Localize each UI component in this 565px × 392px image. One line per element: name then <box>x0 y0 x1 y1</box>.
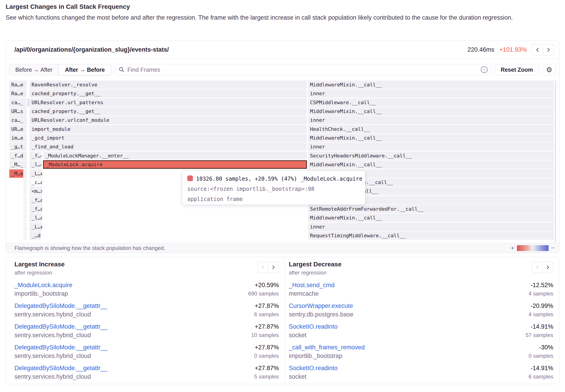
flame-frame[interactable]: _l…d <box>29 214 42 222</box>
flame-frame[interactable]: CSPMiddleware.__call__ <box>308 98 554 107</box>
reset-zoom-button[interactable]: Reset Zoom <box>494 64 539 75</box>
flame-frame[interactable]: cached_property.__get__ <box>29 89 307 98</box>
function-link[interactable]: CursorWrapper.execute <box>289 302 353 309</box>
flame-frame[interactable]: im…e <box>9 134 23 142</box>
flame-frame[interactable]: MiddlewareMixin.__call__ <box>308 81 554 89</box>
flame-frame[interactable] <box>23 81 27 89</box>
flame-frame[interactable]: cached_property.__get__ <box>29 107 307 115</box>
flame-frame[interactable] <box>23 116 27 124</box>
flame-frame[interactable]: ca…_ <box>9 98 23 107</box>
toggle-before-after[interactable]: Before → After <box>9 64 59 75</box>
flame-frame[interactable] <box>23 160 27 169</box>
flame-frame[interactable]: Ra…e <box>9 89 23 98</box>
flame-frame[interactable] <box>23 231 27 240</box>
flame-frame[interactable]: _ModuleLock.acquire <box>43 160 307 169</box>
function-module: importlib._bootstrap <box>14 290 72 297</box>
decrease-prev-button[interactable] <box>532 262 543 273</box>
function-link[interactable]: SocketIO.readinto <box>289 365 338 372</box>
flame-frame[interactable]: _f…d <box>9 152 23 160</box>
sample-count: 57 samples <box>525 332 553 338</box>
flame-frame[interactable]: _gcd_import <box>29 134 307 142</box>
flame-frame[interactable]: inner <box>308 142 554 151</box>
next-profile-button[interactable] <box>543 44 554 56</box>
function-link[interactable]: _call_with_frames_removed <box>289 344 365 351</box>
function-link[interactable]: _ModuleLock.acquire <box>14 282 72 289</box>
function-link[interactable]: _Host.send_cmd <box>289 282 335 289</box>
flame-frame[interactable] <box>23 205 27 213</box>
flame-frame[interactable]: RavenResolver._resolve <box>29 81 307 89</box>
flame-frame[interactable]: _M…_ <box>9 160 23 169</box>
flame-frame[interactable]: _L…e <box>29 223 42 231</box>
flame-frame[interactable]: MiddlewareMixin.__call__ <box>308 160 554 169</box>
flame-frame[interactable]: import_module <box>29 125 307 133</box>
chevron-left-icon <box>261 265 265 269</box>
flame-frame[interactable]: URLResolver.urlconf_module <box>29 116 307 124</box>
flame-frame[interactable] <box>23 152 27 160</box>
change-percent: +27.87% <box>254 365 279 372</box>
flamegraph-viewport[interactable]: RequestTimingMiddleware.__call___…dinner… <box>6 81 559 243</box>
flame-frame[interactable] <box>23 178 27 186</box>
flame-frame[interactable]: _f…d <box>29 152 41 160</box>
flame-frame[interactable] <box>27 98 29 107</box>
flame-frame[interactable]: URLResolver.url_patterns <box>29 98 307 107</box>
flame-frame[interactable] <box>23 142 27 151</box>
flame-frame[interactable]: UR…e <box>9 125 23 133</box>
flame-frame[interactable]: _ModuleLockManager.__enter__ <box>43 152 307 160</box>
flame-frame[interactable]: _l…d <box>29 160 41 169</box>
flame-frame[interactable] <box>23 187 27 195</box>
flame-frame[interactable]: inner <box>308 89 554 98</box>
flamegraph-statusbar: Flamegraph is showing how the stack popu… <box>6 243 559 253</box>
flamegraph-scrollbar[interactable] <box>555 81 556 243</box>
change-percent: -12.52% <box>529 282 553 289</box>
direction-toggle: Before → After After → Before <box>9 64 111 75</box>
chevron-right-icon <box>272 265 275 269</box>
flame-frame[interactable] <box>23 98 27 107</box>
flame-frame[interactable] <box>23 169 27 178</box>
function-link[interactable]: DelegatedBySiloMode.__getattr__ <box>14 344 107 351</box>
flame-frame[interactable] <box>23 214 27 222</box>
info-icon[interactable]: i <box>481 66 488 73</box>
flame-frame[interactable]: ca…_ <box>9 116 23 124</box>
find-frames-input[interactable] <box>127 66 478 73</box>
flame-frame[interactable]: _M…e <box>9 169 23 178</box>
flame-frame[interactable] <box>23 196 27 204</box>
function-link[interactable]: DelegatedBySiloMode.__getattr__ <box>14 323 107 330</box>
flame-frame[interactable]: MiddlewareMixin.__call__ <box>308 107 554 115</box>
flame-frame[interactable] <box>23 107 27 115</box>
decrease-next-button[interactable] <box>542 262 553 273</box>
flame-frame[interactable]: RequestTimingMiddleware.__call__ <box>308 231 554 240</box>
flame-frame[interactable]: _L…e <box>29 169 42 178</box>
page-title: Largest Changes in Call Stack Frequency <box>6 3 538 10</box>
toggle-after-before[interactable]: After → Before <box>58 64 111 75</box>
increase-prev-button[interactable] <box>257 262 268 273</box>
flame-frame[interactable]: UR…s <box>9 107 23 115</box>
gear-icon[interactable]: ⚙ <box>543 64 556 75</box>
flame-frame[interactable]: SecurityHeadersMiddleware.__call__ <box>308 152 554 160</box>
endpoint-path: /api/0/organizations/{organization_slug}… <box>14 46 169 53</box>
flame-frame[interactable]: MiddlewareMixin.__call__ <box>308 134 554 142</box>
flame-frame[interactable]: _…d <box>29 231 41 240</box>
flame-frame[interactable]: inner <box>308 223 554 231</box>
flame-frame[interactable]: _f…d <box>29 196 42 204</box>
profile-pager <box>532 44 554 56</box>
flame-frame[interactable]: Ra…e <box>9 81 23 89</box>
function-link[interactable]: SocketIO.readinto <box>289 323 338 330</box>
flame-frame[interactable]: MiddlewareMixin.__call__ <box>308 214 554 222</box>
flame-frame[interactable]: _find_and_load <box>29 142 307 151</box>
flame-frame[interactable] <box>23 125 27 133</box>
function-change-item: DelegatedBySiloMode.__getattr__sentry.se… <box>14 323 279 339</box>
flame-frame[interactable]: _c…d <box>29 178 42 186</box>
function-link[interactable]: DelegatedBySiloMode.__getattr__ <box>14 365 107 372</box>
flame-frame[interactable]: SetRemoteAddrFromForwardedFor.__call__ <box>308 205 554 213</box>
flame-frame[interactable] <box>23 134 27 142</box>
prev-profile-button[interactable] <box>532 44 543 56</box>
flame-frame[interactable] <box>23 89 27 98</box>
flame-frame[interactable]: _g…t <box>9 142 23 151</box>
function-link[interactable]: DelegatedBySiloMode.__getattr__ <box>14 302 107 309</box>
increase-next-button[interactable] <box>268 262 279 273</box>
flame-frame[interactable]: HealthCheck.__call__ <box>308 125 554 133</box>
flame-frame[interactable]: <m…> <box>29 187 42 195</box>
flame-frame[interactable]: _f…d <box>29 205 42 213</box>
flame-frame[interactable] <box>23 223 27 231</box>
flame-frame[interactable]: inner <box>308 116 554 124</box>
